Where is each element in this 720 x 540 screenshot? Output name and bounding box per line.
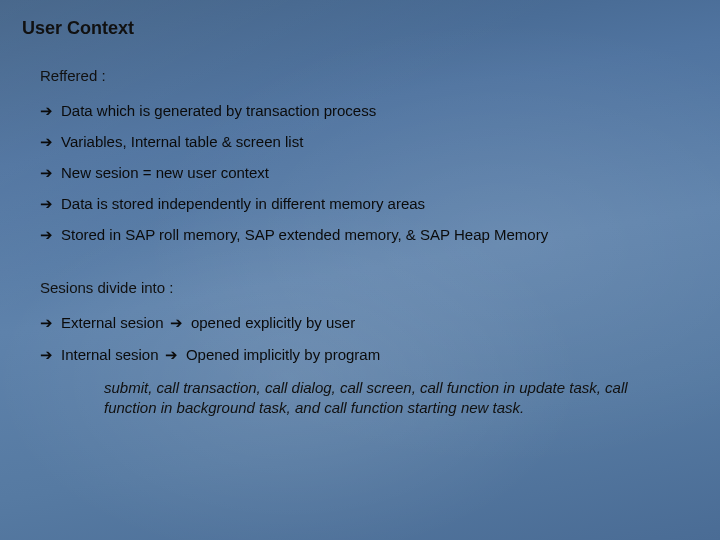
spacer <box>22 257 698 279</box>
list-item-right: Opened implicitly by program <box>186 346 380 363</box>
page-title: User Context <box>22 18 698 39</box>
list-item: ➔ Internal sesion ➔ Opened implicitly by… <box>40 346 698 364</box>
arrow-icon: ➔ <box>40 103 53 118</box>
arrow-icon: ➔ <box>40 347 53 362</box>
arrow-icon: ➔ <box>40 165 53 180</box>
list-item-left: Internal sesion <box>61 346 159 363</box>
list-item: ➔ New sesion = new user context <box>40 164 698 181</box>
list-item: ➔ Stored in SAP roll memory, SAP extende… <box>40 226 698 243</box>
arrow-icon: ➔ <box>40 196 53 211</box>
list-item: ➔ External sesion ➔ opened explicitly by… <box>40 314 698 332</box>
section-sesions: Sesions divide into : ➔ External sesion … <box>40 279 698 364</box>
arrow-icon: ➔ <box>40 227 53 242</box>
italic-note: submit, call transaction, call dialog, c… <box>104 378 670 419</box>
section-reffered: Reffered : ➔ Data which is generated by … <box>40 67 698 243</box>
list-item: ➔ Variables, Internal table & screen lis… <box>40 133 698 150</box>
list-item-compound: External sesion ➔ opened explicitly by u… <box>61 314 355 332</box>
list-item-text: Variables, Internal table & screen list <box>61 133 303 150</box>
list-item-text: New sesion = new user context <box>61 164 269 181</box>
arrow-icon: ➔ <box>163 346 182 363</box>
list-item-compound: Internal sesion ➔ Opened implicitly by p… <box>61 346 380 364</box>
arrow-icon: ➔ <box>40 315 53 330</box>
section-heading-2: Sesions divide into : <box>40 279 698 296</box>
list-item-text: Data which is generated by transaction p… <box>61 102 376 119</box>
section-heading-1: Reffered : <box>40 67 698 84</box>
list-item-right: opened explicitly by user <box>191 314 355 331</box>
arrow-icon: ➔ <box>168 314 187 331</box>
list-item: ➔ Data is stored independently in differ… <box>40 195 698 212</box>
list-item-left: External sesion <box>61 314 164 331</box>
list-item-text: Stored in SAP roll memory, SAP extended … <box>61 226 548 243</box>
slide: User Context Reffered : ➔ Data which is … <box>0 0 720 540</box>
arrow-icon: ➔ <box>40 134 53 149</box>
list-item: ➔ Data which is generated by transaction… <box>40 102 698 119</box>
list-item-text: Data is stored independently in differen… <box>61 195 425 212</box>
